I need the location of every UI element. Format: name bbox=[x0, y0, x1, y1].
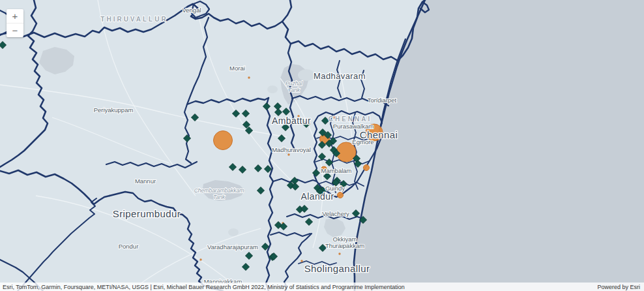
map-label: CHENNAI bbox=[329, 115, 372, 123]
place-dot bbox=[199, 258, 201, 260]
place-dot bbox=[300, 260, 302, 262]
attribution-bar: Esri, TomTom, Garmin, Foursquare, METI/N… bbox=[0, 283, 644, 291]
map-label: Pondur bbox=[119, 243, 139, 250]
population-bubble[interactable] bbox=[364, 165, 370, 171]
map-label: Mambalam bbox=[321, 167, 352, 174]
diamond-marker[interactable] bbox=[263, 103, 271, 110]
map-label: Morai bbox=[229, 65, 245, 72]
diamond-marker[interactable] bbox=[275, 109, 282, 116]
diamond-marker[interactable] bbox=[242, 110, 250, 117]
map-canvas[interactable]: THIRUVALLURCHENNAIPuzhalTankChembarambak… bbox=[0, 0, 644, 291]
diamond-marker[interactable] bbox=[283, 108, 290, 115]
diamond-marker[interactable] bbox=[233, 110, 240, 117]
diamond-marker[interactable] bbox=[257, 187, 265, 194]
powered-by-esri-link[interactable]: Powered by Esri bbox=[597, 284, 640, 290]
diamond-marker[interactable] bbox=[246, 253, 253, 260]
map-label: Sholinganallur bbox=[304, 263, 370, 274]
diamond-marker[interactable] bbox=[192, 114, 199, 121]
place-dot bbox=[287, 153, 289, 155]
map-label: Puzhal bbox=[285, 80, 303, 87]
sea bbox=[354, 0, 644, 291]
map-viewport[interactable]: THIRUVALLURCHENNAIPuzhalTankChembarambak… bbox=[0, 0, 644, 291]
diamond-marker[interactable] bbox=[326, 159, 333, 166]
diamond-marker[interactable] bbox=[0, 42, 7, 49]
population-bubble[interactable] bbox=[338, 192, 344, 198]
diamond-marker[interactable] bbox=[239, 166, 246, 174]
diamond-marker[interactable] bbox=[313, 170, 320, 177]
map-label: Sriperumbudur bbox=[113, 208, 181, 219]
map-label: Ambattur bbox=[272, 115, 311, 126]
place-dot bbox=[248, 76, 250, 78]
diamond-marker[interactable] bbox=[255, 165, 262, 172]
map-label: Alandur bbox=[300, 191, 334, 202]
map-label: Velachery bbox=[322, 210, 349, 217]
map-label: Chennai bbox=[360, 129, 398, 140]
diamond-marker[interactable] bbox=[242, 264, 250, 271]
zoom-out-button[interactable]: − bbox=[7, 23, 23, 37]
map-label: Thuraipakkam bbox=[325, 242, 364, 249]
diamond-marker[interactable] bbox=[229, 164, 237, 171]
place-dot bbox=[338, 253, 340, 254]
population-bubble[interactable] bbox=[214, 131, 233, 150]
map-label: Madhavaram bbox=[314, 71, 366, 81]
map-label: Madhuravoyal bbox=[272, 146, 311, 153]
diamond-marker[interactable] bbox=[306, 219, 313, 226]
zoom-in-button[interactable]: + bbox=[7, 9, 23, 23]
map-label: Chembarambakkam bbox=[194, 187, 244, 194]
map-label: Mannur bbox=[135, 177, 156, 185]
zoom-control: + − bbox=[7, 9, 23, 37]
map-label: Varadharajapuram bbox=[207, 243, 258, 251]
diamond-marker[interactable] bbox=[265, 166, 272, 173]
map-label: Vengal bbox=[182, 7, 201, 14]
diamond-marker[interactable] bbox=[353, 210, 360, 217]
map-label: Periyakuppam bbox=[94, 106, 134, 114]
map-label: Tank bbox=[288, 87, 300, 93]
map-label: THIRUVALLUR bbox=[100, 16, 168, 23]
map-label: Tank bbox=[213, 194, 226, 200]
attribution-sources: Esri, TomTom, Garmin, Foursquare, METI/N… bbox=[3, 284, 405, 290]
map-label: Tondiarpet bbox=[368, 97, 397, 104]
